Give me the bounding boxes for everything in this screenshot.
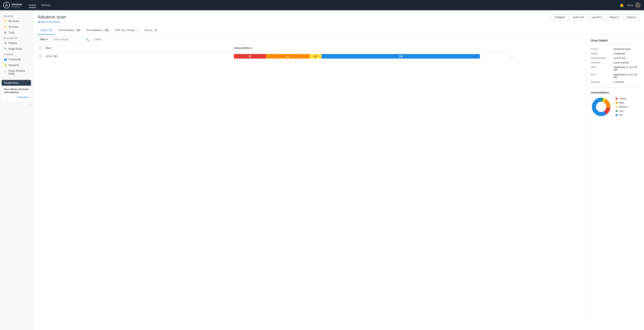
table-row[interactable]: 10.0.0.199 30 41 11 148 ✕ [38, 52, 582, 61]
sidebar-collapse[interactable]: « [0, 103, 32, 107]
tab-remediations-badge: 38 [104, 29, 109, 32]
select-all-checkbox[interactable] [40, 46, 42, 49]
report-button[interactable]: Report ▾ [606, 14, 622, 20]
tab-hosts-badge: 1 [48, 29, 52, 32]
tab-history[interactable]: History 1 [142, 26, 160, 35]
tab-vulnerabilities-label: Vulnerabilities [58, 29, 74, 32]
legend-high: High [616, 101, 628, 104]
donut-chart [591, 97, 612, 117]
sidebar-item-research[interactable]: 💡 Research [0, 62, 32, 68]
search-input[interactable] [54, 38, 84, 41]
detail-value: Local Scanner [614, 61, 629, 64]
detail-row: Policy: Advanced Scan [591, 48, 640, 51]
legend: Critical High Medium Low [616, 97, 628, 116]
search-box: 🔍 [52, 37, 91, 42]
info-bar: 148 [322, 54, 480, 59]
launch-dropdown-icon: ▾ [600, 16, 602, 19]
sidebar-label-community: Community [8, 58, 21, 61]
nav-scans[interactable]: Scans [29, 3, 36, 8]
avatar: i [635, 2, 641, 8]
edit-icon[interactable]: ✏ [627, 57, 628, 60]
detail-value: 2 minutes [614, 81, 624, 83]
sidebar: FOLDERS 📁 My Scans 📁 All Scans 🗑 Trash R… [0, 10, 33, 330]
audit-trail-button[interactable]: Audit Trail [570, 14, 587, 20]
shield-icon: 🛡 [136, 29, 139, 32]
svg-point-6 [596, 102, 606, 112]
nav-right: 🔔 isshe i [620, 2, 641, 8]
configure-button[interactable]: Configure [552, 14, 568, 20]
legend-info: Info [616, 114, 628, 116]
row-checkbox[interactable] [40, 55, 42, 57]
bell-icon[interactable]: 🔔 [620, 3, 624, 7]
detail-label: Severity Base: [591, 57, 614, 60]
tenable-news-body: Cisco Webex Universal Links Redirect Rea… [2, 86, 31, 101]
read-more-link[interactable]: Read More [4, 96, 29, 99]
sidebar-item-my-scans[interactable]: 📁 My Scans [0, 18, 32, 24]
trash-icon: 🗑 [4, 31, 7, 34]
legend-medium: Medium [616, 105, 628, 108]
host-column-header: Host [44, 44, 232, 52]
content-main: Filter ▾ 🔍 1 Host [33, 35, 586, 324]
detail-row: Status: Completed [591, 52, 640, 55]
logo: nessus Essentials [3, 2, 22, 9]
sidebar-item-trash[interactable]: 🗑 Trash [0, 30, 32, 36]
sidebar-item-policies[interactable]: ⚙ Policies [0, 40, 32, 46]
tabs-bar: Hosts 1 Vulnerabilities 46 Remediations … [33, 26, 644, 35]
detail-row: Elapsed: 2 minutes [591, 81, 640, 83]
detail-row: End: September 11 at 2:32 PM [591, 73, 640, 79]
legend-critical: Critical [616, 97, 628, 100]
host-cell: 10.0.0.199 [44, 52, 232, 61]
high-bar: 41 [266, 54, 310, 59]
low-dot [616, 110, 618, 112]
filter-dropdown-icon: ▾ [46, 38, 48, 41]
logo-text: nessus [12, 3, 22, 6]
policies-icon: ⚙ [4, 42, 7, 45]
detail-row: Scanner: Local Scanner [591, 61, 640, 64]
page-title: Advance scan [38, 14, 66, 20]
report-dropdown-icon: ▾ [618, 16, 619, 19]
sidebar-item-plugin-notes[interactable]: 📄 Plugin Release Notes [0, 68, 32, 77]
detail-row: Severity Base: CVSS v3.0 ✏ [591, 57, 640, 60]
scan-details-panel: Scan Details Policy: Advanced Scan Statu… [586, 35, 644, 324]
sidebar-item-all-scans[interactable]: 📁 All Scans [0, 24, 32, 30]
top-navigation: nessus Essentials Scans Settings 🔔 isshe… [0, 0, 644, 10]
sidebar-item-community[interactable]: 👥 Community [0, 57, 32, 62]
tab-vpr[interactable]: VPR Top Threats 🛡 [112, 26, 142, 35]
export-button[interactable]: Export ▾ [624, 14, 639, 20]
legend-low: Low [616, 109, 628, 112]
delete-row-icon[interactable]: ✕ [511, 55, 513, 58]
tab-vulnerabilities[interactable]: Vulnerabilities 46 [55, 26, 84, 35]
sidebar-label-all-scans: All Scans [8, 26, 19, 28]
tab-remediations-label: Remediations [86, 29, 103, 32]
detail-label: Policy: [591, 48, 614, 51]
sidebar-label-plugin-rules: Plugin Rules [8, 48, 22, 50]
back-link[interactable]: ◀ Back to My Scans [38, 21, 66, 24]
tenable-news-title: Cisco Webex Universal Links Redirect [4, 88, 28, 93]
detail-value: Completed [614, 52, 625, 55]
tenable-label: TENABLE [0, 52, 32, 57]
research-icon: 💡 [4, 64, 7, 67]
user-area[interactable]: isshe i [627, 2, 641, 8]
filter-button[interactable]: Filter ▾ [38, 37, 50, 42]
detail-value: Advanced Scan [614, 48, 631, 51]
detail-label: End: [591, 73, 614, 79]
community-icon: 👥 [4, 58, 7, 61]
content-with-panel: Filter ▾ 🔍 1 Host [33, 35, 644, 324]
export-dropdown-icon: ▾ [635, 16, 636, 19]
tab-hosts[interactable]: Hosts 1 [38, 26, 55, 35]
sidebar-label-plugin-notes: Plugin Release Notes [8, 69, 29, 75]
tab-remediations[interactable]: Remediations 38 [84, 26, 112, 35]
vulnerabilities-column-header[interactable]: Vulnerabilities ▾ [232, 44, 509, 52]
notes-icon: 📄 [4, 71, 7, 74]
launch-button[interactable]: Launch ▾ [588, 14, 605, 20]
resources-label: RESOURCES [0, 36, 32, 40]
main-layout: FOLDERS 📁 My Scans 📁 All Scans 🗑 Trash R… [0, 10, 644, 330]
scan-details-title: Scan Details [591, 39, 640, 44]
folder-icon: 📁 [4, 26, 7, 28]
vuln-bar-cell: 30 41 11 148 [232, 52, 509, 61]
medium-dot [616, 106, 618, 108]
sidebar-item-plugin-rules[interactable]: 🔧 Plugin Rules [0, 46, 32, 52]
host-count: 1 Host [94, 38, 101, 41]
high-dot [616, 102, 618, 104]
nav-settings[interactable]: Settings [41, 3, 51, 8]
